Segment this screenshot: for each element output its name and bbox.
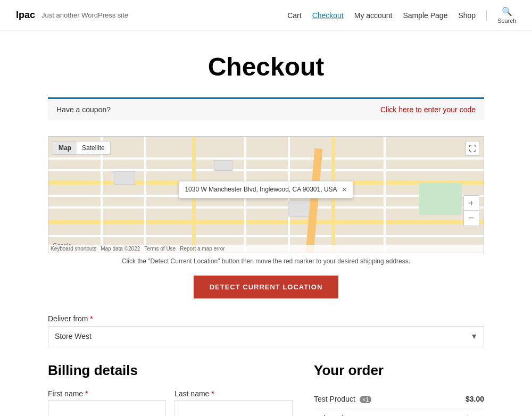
map-tooltip-close[interactable]: ✕: [342, 186, 347, 194]
first-name-field: First name *: [48, 389, 166, 416]
detect-button-wrap: DETECT CURRENT LOCATION: [48, 276, 484, 298]
required-asterisk: *: [90, 314, 93, 323]
first-name-input[interactable]: [48, 400, 166, 416]
search-label: Search: [497, 18, 516, 24]
terms-of-use[interactable]: Terms of Use: [144, 246, 176, 252]
coupon-bar: Have a coupon? Click here to enter your …: [48, 97, 484, 120]
report-map-error[interactable]: Report a map error: [180, 246, 225, 252]
detect-location-button[interactable]: DETECT CURRENT LOCATION: [194, 276, 339, 298]
search-button[interactable]: 🔍 Search: [497, 6, 516, 24]
map-zoom-controls: + −: [463, 195, 479, 226]
order-table: Test Product ×1 $3.00 Subtotal $3.00: [314, 389, 484, 416]
nav-sample-page[interactable]: Sample Page: [403, 11, 447, 20]
coupon-text: Have a coupon?: [56, 105, 111, 114]
fullscreen-icon: ⛶: [469, 144, 476, 153]
map-container[interactable]: Map Satellite ⛶ ✕ 1030 W Manchester Blvd…: [48, 136, 484, 253]
main-content: Have a coupon? Click here to enter your …: [37, 97, 495, 416]
map-inner: Map Satellite ⛶ ✕ 1030 W Manchester Blvd…: [48, 137, 484, 253]
order-title: Your order: [314, 362, 484, 379]
nav-my-account[interactable]: My account: [354, 11, 393, 20]
deliver-from-label: Deliver from *: [48, 314, 484, 323]
two-col-layout: Billing details First name * Last name *…: [48, 362, 484, 416]
nav-cart[interactable]: Cart: [287, 11, 301, 20]
order-product-price: $3.00: [443, 389, 484, 409]
last-name-field: Last name *: [174, 389, 293, 416]
map-tooltip-address: 1030 W Manchester Blvd, Inglewood, CA 90…: [185, 186, 337, 193]
nav-checkout[interactable]: Checkout: [312, 11, 344, 20]
order-product-name: Test Product ×1: [314, 389, 443, 409]
subtotal-label: Subtotal: [314, 409, 443, 417]
billing-title: Billing details: [48, 362, 293, 379]
billing-section: Billing details First name * Last name *…: [48, 362, 293, 416]
header-left: lpac Just another WordPress site: [16, 10, 128, 21]
order-qty-badge: ×1: [360, 396, 372, 403]
header-nav: Cart Checkout My account Sample Page Sho…: [287, 6, 516, 24]
page-title-wrap: Checkout: [0, 31, 532, 97]
deliver-from-select-wrap: Store West ▼: [48, 326, 484, 346]
map-tab-map[interactable]: Map: [53, 142, 77, 154]
map-type-tabs: Map Satellite: [53, 141, 111, 155]
map-zoom-out[interactable]: −: [464, 211, 479, 226]
site-tagline: Just another WordPress site: [41, 11, 128, 19]
map-hint: Click the "Detect Current Location" butt…: [48, 257, 484, 265]
order-section: Your order Test Product ×1 $3.00 Subtota…: [314, 362, 484, 416]
map-footer: Keyboard shortcuts Map data ©2022 Terms …: [48, 245, 484, 253]
site-title[interactable]: lpac: [16, 10, 35, 21]
last-name-label: Last name *: [174, 389, 293, 398]
map-tooltip: ✕ 1030 W Manchester Blvd, Inglewood, CA …: [179, 181, 353, 198]
map-tab-satellite[interactable]: Satellite: [77, 142, 110, 154]
nav-shop[interactable]: Shop: [458, 11, 476, 20]
map-fullscreen-button[interactable]: ⛶: [466, 141, 479, 156]
first-name-label: First name *: [48, 389, 166, 398]
subtotal-price: $3.00: [443, 409, 484, 417]
map-data: Map data ©2022: [101, 246, 140, 252]
coupon-link[interactable]: Click here to enter your code: [380, 105, 476, 114]
search-icon: 🔍: [502, 6, 512, 16]
page-title: Checkout: [11, 52, 521, 81]
header: lpac Just another WordPress site Cart Ch…: [0, 0, 532, 31]
keyboard-shortcuts[interactable]: Keyboard shortcuts: [51, 246, 96, 252]
order-subtotal-row: Subtotal $3.00: [314, 409, 484, 417]
deliver-from-select[interactable]: Store West: [48, 326, 484, 346]
deliver-from-section: Deliver from * Store West ▼: [48, 314, 484, 346]
name-row: First name * Last name *: [48, 389, 293, 416]
map-zoom-in[interactable]: +: [464, 196, 479, 211]
nav-divider: [486, 10, 487, 21]
last-name-input[interactable]: [174, 400, 293, 416]
order-product-row: Test Product ×1 $3.00: [314, 389, 484, 409]
